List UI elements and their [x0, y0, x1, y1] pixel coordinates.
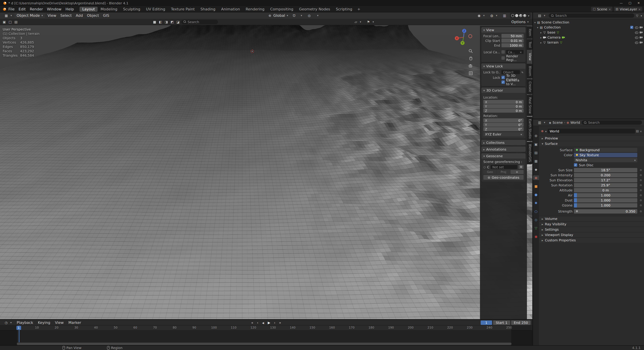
move-view-icon[interactable]: [468, 56, 473, 61]
unlink-viewlayer-icon[interactable]: [638, 7, 641, 11]
hide-viewport-icon[interactable]: [635, 31, 638, 34]
properties-editor-type-button[interactable]: ▥: [535, 120, 547, 125]
properties-tab[interactable]: ▣: [533, 142, 539, 146]
hide-viewport-icon[interactable]: [635, 36, 638, 39]
axis-field[interactable]: X0 m: [483, 100, 524, 104]
workspace-tab[interactable]: Shading: [198, 6, 218, 11]
number-field[interactable]: 17.2°: [574, 178, 637, 182]
scene-selector[interactable]: ▢ Scene: [591, 7, 612, 11]
animate-decorator[interactable]: [640, 194, 642, 196]
local-camera-field[interactable]: Ca...: [506, 50, 524, 54]
number-field[interactable]: 0.01 m: [502, 38, 524, 42]
workspace-tab[interactable]: Compositing: [268, 6, 296, 11]
filter-icon[interactable]: [636, 13, 638, 18]
duplicate-icon[interactable]: ▤: [636, 129, 639, 133]
collapsed-section[interactable]: Settings: [539, 227, 644, 232]
collapsed-section[interactable]: Custom Properties: [539, 237, 644, 243]
sidebar-tab[interactable]: Create: [527, 79, 532, 94]
animate-decorator[interactable]: [640, 199, 642, 201]
menu-item[interactable]: File: [6, 6, 16, 11]
viewport-menu-item[interactable]: Select: [58, 13, 74, 18]
geoscene-button[interactable]: Geo: [483, 170, 496, 174]
lock-3d-cursor-checkbox[interactable]: [502, 76, 505, 79]
axis-field[interactable]: Y0 m: [483, 104, 524, 108]
properties-tab[interactable]: ○: [533, 209, 539, 214]
maximize-button[interactable]: [626, 1, 633, 5]
properties-tab[interactable]: ◇: [533, 217, 539, 222]
browse-world-dropdown[interactable]: [544, 129, 546, 133]
lock-object-field[interactable]: Object: [502, 70, 520, 74]
workspace-tab[interactable]: Sculpting: [120, 6, 143, 11]
animate-decorator[interactable]: [640, 210, 642, 212]
timeline-ruler[interactable]: 1020304050607080901001101201301401501601…: [0, 326, 532, 331]
outliner-row[interactable]: base: [533, 30, 644, 35]
crs-field[interactable]: Not set: [491, 165, 517, 169]
number-field[interactable]: 50 mm: [502, 34, 524, 38]
add-workspace-button[interactable]: +: [355, 6, 362, 11]
rendered-shading-button[interactable]: [523, 14, 526, 17]
sidebar-tab[interactable]: BlenderGIS: [527, 142, 532, 164]
proportional-dropdown[interactable]: [314, 14, 320, 17]
geo-coordinates-button[interactable]: ⊕Geo-coordinates: [483, 175, 524, 180]
disable-render-icon[interactable]: [640, 26, 643, 28]
number-field[interactable]: 1.000: [574, 198, 637, 202]
animate-decorator[interactable]: [640, 184, 642, 186]
panel-header-view[interactable]: View: [481, 27, 526, 32]
axis-field[interactable]: Z0 m: [483, 109, 524, 113]
editor-type-button[interactable]: ▦: [2, 13, 14, 18]
expand-arrow-icon[interactable]: [540, 40, 542, 44]
select-new-icon[interactable]: ■: [152, 20, 157, 24]
viewport-3d[interactable]: User Perspective (1) Collection | terrai…: [0, 25, 532, 319]
render-region-checkbox[interactable]: [502, 56, 505, 60]
menu-item[interactable]: Help: [64, 6, 76, 11]
properties-tab[interactable]: ▽: [533, 226, 539, 230]
sidebar-tab[interactable]: Tool: [527, 39, 532, 50]
timeline-menu-item[interactable]: Playback: [14, 320, 36, 325]
proportional-edit-toggle[interactable]: ◎: [305, 13, 314, 18]
number-field[interactable]: 25.9°: [574, 183, 637, 187]
outliner-row[interactable]: terrain: [533, 40, 644, 45]
panel-header-geoscene[interactable]: Geoscene: [481, 153, 526, 159]
menu-item[interactable]: Render: [28, 6, 45, 11]
properties-tab[interactable]: ◉: [533, 234, 539, 239]
tool-option-icon-2[interactable]: ▤: [14, 20, 18, 24]
expand-arrow-icon[interactable]: [540, 35, 542, 39]
timeline-track-area[interactable]: 1020304050607080901001101201301401501601…: [0, 326, 532, 345]
perspective-toggle-icon[interactable]: [468, 71, 473, 76]
end-frame-field[interactable]: End250: [511, 320, 531, 325]
number-field[interactable]: 1.000: [574, 203, 637, 207]
local-camera-checkbox[interactable]: [502, 50, 505, 54]
properties-tab[interactable]: ⚙: [533, 133, 539, 138]
timeline-menu-item[interactable]: View: [53, 320, 66, 325]
animate-decorator[interactable]: [640, 169, 642, 171]
properties-tab[interactable]: ✱: [533, 200, 539, 205]
panel-header-3d-cursor[interactable]: 3D Cursor: [481, 87, 526, 93]
workspace-tab[interactable]: Texture Paint: [168, 6, 198, 11]
disable-render-icon[interactable]: [640, 41, 643, 43]
sidebar-tab[interactable]: Real Snow: [527, 95, 532, 116]
hide-viewport-icon[interactable]: [635, 41, 638, 44]
viewlayer-selector[interactable]: ▥ ViewLayer: [614, 7, 642, 11]
animate-decorator[interactable]: [640, 174, 642, 176]
unlink-scene-icon[interactable]: [608, 7, 611, 11]
collapsed-section[interactable]: Volume: [539, 216, 644, 221]
gizmos-dropdown[interactable]: ◉: [474, 13, 487, 18]
jump-to-end-button[interactable]: [278, 321, 282, 324]
viewport-menu-item[interactable]: View: [46, 13, 58, 18]
workspace-tab[interactable]: Scripting: [333, 6, 355, 11]
outliner-editor-type-button[interactable]: ▤: [535, 13, 547, 18]
axis-field[interactable]: Z0°: [483, 127, 524, 131]
collapsed-section[interactable]: Viewport Display: [539, 232, 644, 237]
number-field[interactable]: 0 m: [574, 188, 637, 192]
close-button[interactable]: [635, 1, 642, 5]
rotation-order-dropdown[interactable]: XYZ Euler: [483, 132, 524, 136]
xray-toggle[interactable]: ▥: [500, 13, 509, 18]
sidebar-tab[interactable]: Bloom: [527, 63, 532, 78]
minimize-button[interactable]: [618, 1, 624, 5]
timeline-menu-item[interactable]: Keying: [36, 320, 53, 325]
camera-view-icon[interactable]: [468, 63, 473, 68]
panel-header-view-lock[interactable]: View Lock: [481, 63, 526, 69]
number-field[interactable]: 0.200: [574, 173, 637, 177]
timeline-menu-item[interactable]: Marker: [66, 320, 84, 325]
next-keyframe-button[interactable]: [273, 321, 276, 324]
